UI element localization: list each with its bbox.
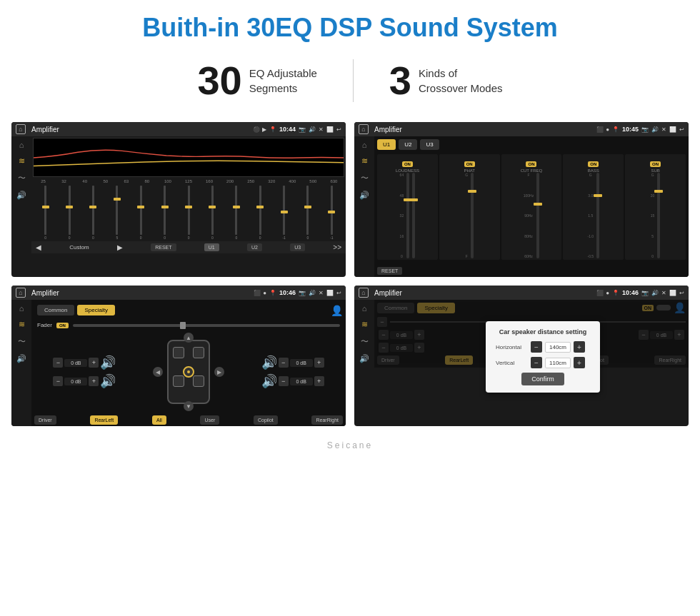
wave-side-icon-4[interactable]: 〜 bbox=[361, 336, 369, 347]
l2-minus-4[interactable]: − bbox=[379, 343, 389, 353]
center-dot[interactable] bbox=[183, 366, 194, 378]
eq-side-icon-4[interactable]: ≋ bbox=[361, 320, 368, 329]
home-side-icon-3[interactable]: ⌂ bbox=[19, 304, 24, 313]
home-icon-2[interactable] bbox=[359, 124, 369, 134]
rearright-btn-4[interactable]: RearRight bbox=[654, 355, 686, 365]
phat-on[interactable]: ON bbox=[464, 161, 475, 167]
sub-on[interactable]: ON bbox=[650, 161, 661, 167]
all-btn-3[interactable]: All bbox=[152, 415, 166, 425]
u1-btn[interactable]: U1 bbox=[204, 243, 219, 251]
home-side-icon-2[interactable]: ⌂ bbox=[362, 141, 367, 149]
driver-btn-4[interactable]: Driver bbox=[377, 355, 399, 365]
speaker-side-icon[interactable]: 🔊 bbox=[16, 191, 26, 200]
left-arrow-btn[interactable]: ◀ bbox=[153, 367, 163, 377]
reset-btn[interactable]: RESET bbox=[151, 243, 176, 251]
up-arrow-btn[interactable]: ▲ bbox=[184, 333, 194, 343]
ch-l1-plus[interactable]: + bbox=[89, 358, 99, 368]
rearright-btn-3[interactable]: RearRight bbox=[311, 415, 343, 425]
eq-side-icon-3[interactable]: ≋ bbox=[19, 320, 25, 329]
ch-cutfreq: ON CUT FREQ F 100Hz 90Hz 80Hz 60Hz bbox=[501, 154, 562, 260]
eq-side-icon-2[interactable]: ≋ bbox=[361, 156, 368, 166]
bass-on[interactable]: ON bbox=[588, 161, 599, 167]
preset-u2-btn[interactable]: U2 bbox=[399, 139, 417, 150]
home-side-icon-4[interactable]: ⌂ bbox=[362, 304, 367, 313]
driver-btn-3[interactable]: Driver bbox=[34, 415, 56, 425]
eq-slider-8[interactable]: 0 bbox=[201, 186, 224, 240]
u2-btn[interactable]: U2 bbox=[247, 243, 262, 251]
l2-plus-4[interactable]: + bbox=[414, 343, 424, 353]
r1-plus-4[interactable]: + bbox=[674, 330, 684, 340]
center-dot-inner bbox=[187, 370, 190, 373]
eq-slider-5[interactable]: 0 bbox=[130, 186, 152, 240]
cutfreq-on[interactable]: ON bbox=[526, 161, 536, 167]
fader-track[interactable] bbox=[73, 324, 340, 327]
eq-slider-13[interactable]: -1 bbox=[321, 186, 343, 240]
u3-btn[interactable]: U3 bbox=[290, 243, 305, 251]
ch-l2-minus[interactable]: − bbox=[53, 376, 63, 386]
confirm-btn[interactable]: Confirm bbox=[521, 373, 564, 385]
rec-icon: ⬛ bbox=[596, 126, 604, 133]
stats-row: 30 EQ Adjustable Segments 3 Kinds of Cro… bbox=[0, 50, 700, 116]
eq-slider-3[interactable]: 0 bbox=[82, 186, 104, 240]
tab-common-4[interactable]: Common bbox=[377, 303, 414, 313]
wave-side-icon-2[interactable]: 〜 bbox=[361, 173, 369, 183]
eq-slider-2[interactable]: 0 bbox=[58, 186, 80, 240]
r1-minus-4[interactable]: − bbox=[639, 330, 649, 340]
eq-slider-7[interactable]: 0 bbox=[177, 186, 199, 240]
tab-specialty-4[interactable]: Specialty bbox=[417, 303, 454, 313]
l1-plus-4[interactable]: + bbox=[414, 330, 424, 340]
copilot-btn-3[interactable]: Copilot bbox=[254, 415, 278, 425]
down-arrow-btn[interactable]: ▼ bbox=[184, 401, 194, 411]
home-icon-4[interactable] bbox=[359, 288, 369, 298]
left-minus-4[interactable]: − bbox=[377, 317, 387, 327]
ch-l2-plus[interactable]: + bbox=[89, 376, 99, 386]
eq-slider-9[interactable]: 0 bbox=[225, 186, 247, 240]
eq-slider-4[interactable]: 5 bbox=[106, 186, 128, 240]
person-icon-3: 👤 bbox=[331, 305, 343, 316]
wave-side-icon-3[interactable]: 〜 bbox=[18, 336, 26, 347]
expand-btn[interactable]: >> bbox=[333, 243, 341, 251]
fader-thumb[interactable] bbox=[180, 322, 186, 329]
ch-r1-plus[interactable]: + bbox=[314, 358, 324, 368]
right-channels: 🔊 − 0 dB + 🔊 − 0 dB + bbox=[261, 355, 324, 389]
vol-side-icon-3[interactable]: 🔊 bbox=[16, 354, 26, 363]
ch-r2-minus[interactable]: − bbox=[279, 376, 289, 386]
eq-slider-10[interactable]: 0 bbox=[249, 186, 271, 240]
right-arrow-btn[interactable]: ▶ bbox=[214, 367, 224, 377]
preset-u1-btn[interactable]: U1 bbox=[377, 139, 396, 150]
tab-common-3[interactable]: Common bbox=[37, 305, 74, 315]
vol-side-icon-2[interactable]: 🔊 bbox=[359, 191, 369, 200]
home-icon-3[interactable] bbox=[16, 288, 26, 298]
ch-r2-plus[interactable]: + bbox=[314, 376, 324, 386]
eq-slider-6[interactable]: 0 bbox=[154, 186, 176, 240]
eq-side-icon[interactable]: ≋ bbox=[19, 156, 25, 166]
rearleft-btn-4[interactable]: RearLeft bbox=[445, 355, 473, 365]
vertical-minus-btn[interactable]: − bbox=[531, 357, 542, 368]
location-icon-2: 📍 bbox=[612, 126, 619, 133]
eq-slider-11[interactable]: -1 bbox=[273, 186, 295, 240]
vertical-plus-btn[interactable]: + bbox=[574, 357, 585, 368]
next-btn[interactable]: ▶ bbox=[117, 243, 123, 251]
seat-br bbox=[193, 375, 204, 387]
dot-icon-4: ● bbox=[606, 290, 609, 296]
eq-slider-12[interactable]: 0 bbox=[296, 186, 319, 240]
tab-specialty-3[interactable]: Specialty bbox=[77, 305, 114, 315]
user-btn-3[interactable]: User bbox=[200, 415, 219, 425]
horizontal-value: 140cm bbox=[545, 342, 571, 353]
horizontal-plus-btn[interactable]: + bbox=[574, 341, 585, 353]
loudness-on[interactable]: ON bbox=[402, 161, 413, 167]
ch-r1-minus[interactable]: − bbox=[279, 358, 289, 368]
l1-minus-4[interactable]: − bbox=[379, 330, 389, 340]
vol-side-icon-4[interactable]: 🔊 bbox=[359, 354, 369, 363]
home-side-icon[interactable]: ⌂ bbox=[19, 141, 24, 149]
rearleft-btn-3[interactable]: RearLeft bbox=[90, 415, 118, 425]
wave-side-icon[interactable]: 〜 bbox=[18, 173, 26, 183]
prev-btn[interactable]: ◀ bbox=[36, 243, 41, 251]
eq-slider-1[interactable]: 0 bbox=[34, 186, 56, 240]
horizontal-minus-btn[interactable]: − bbox=[531, 341, 542, 353]
ch-l1-minus[interactable]: − bbox=[53, 358, 63, 368]
crossover-reset-btn[interactable]: RESET bbox=[377, 267, 402, 275]
preset-label: Custom bbox=[69, 244, 89, 251]
preset-u3-btn[interactable]: U3 bbox=[420, 139, 439, 150]
home-icon[interactable] bbox=[16, 124, 26, 134]
